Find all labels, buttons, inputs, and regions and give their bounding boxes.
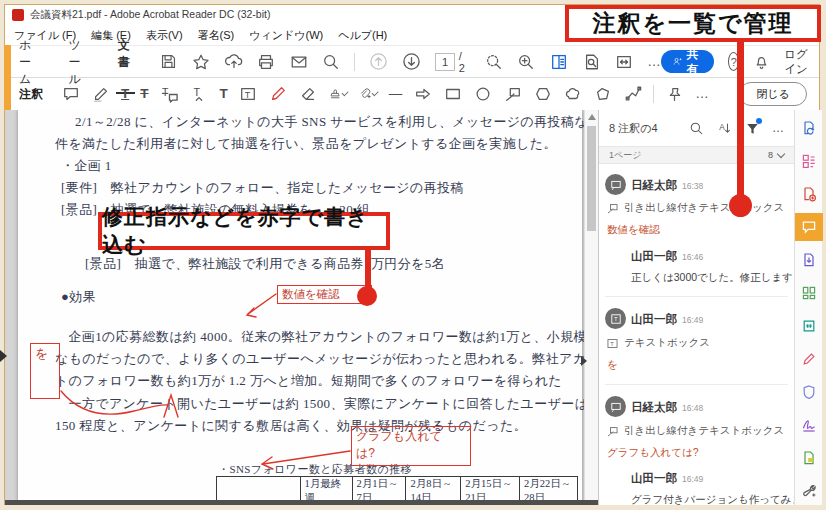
svg-text:T: T	[245, 90, 251, 100]
fit-width-icon[interactable]	[615, 52, 634, 71]
comment-author[interactable]: 山田一郎16:49	[631, 312, 703, 327]
stamp-icon[interactable]	[329, 85, 348, 104]
cloud-tool-icon[interactable]	[563, 85, 582, 104]
scroll-up-icon[interactable]	[588, 114, 596, 120]
prev-page-icon[interactable]	[369, 52, 388, 71]
search-icon[interactable]	[322, 52, 341, 71]
share-button[interactable]: 共有	[661, 50, 715, 73]
close-comment-toolbar-button[interactable]: 閉じる	[739, 82, 807, 106]
zoom-in-icon[interactable]	[517, 52, 536, 71]
create-organize-icon[interactable]	[795, 147, 823, 175]
page-group-label: 1ページ	[609, 149, 641, 162]
textbox-type-icon: T	[606, 337, 619, 350]
add-text-icon[interactable]: T	[220, 87, 228, 101]
print-icon[interactable]	[257, 52, 276, 71]
scrollbar-thumb[interactable]	[587, 126, 596, 231]
comment-type: 引き出し線付きテキストボックス	[606, 201, 784, 215]
rectangle-tool-icon[interactable]	[443, 85, 462, 104]
comments-tool-icon[interactable]	[795, 213, 823, 241]
left-edge-accent	[4, 45, 11, 111]
menu-view[interactable]: 表示(V)	[146, 28, 183, 43]
page-indicator: 1 / 2	[435, 50, 470, 74]
marquee-zoom-icon[interactable]	[485, 52, 504, 71]
bell-icon[interactable]	[753, 52, 770, 71]
export-pdf-icon[interactable]	[795, 114, 823, 142]
comment-author[interactable]: 日経太郎16:48	[631, 400, 703, 415]
page-group-bar[interactable]: 1ページ 8	[599, 146, 794, 164]
comment-options-icon[interactable]: …	[772, 122, 784, 134]
divider	[605, 384, 788, 385]
connected-lines-icon[interactable]	[623, 85, 642, 104]
insert-text-icon[interactable]: T	[190, 85, 209, 104]
text-callout-icon[interactable]	[503, 85, 522, 104]
create-pdf-icon[interactable]	[795, 180, 823, 208]
save-icon[interactable]	[159, 52, 178, 71]
filter-active-dot	[756, 118, 762, 124]
magazine-callout-mid: 修正指示などを赤字で書き込む	[98, 212, 390, 250]
collapse-chevron-icon[interactable]	[777, 150, 785, 158]
sort-comments-icon[interactable]: A	[716, 120, 732, 136]
protect-shield-icon[interactable]	[795, 378, 823, 406]
login-button[interactable]: ログイン	[784, 47, 809, 77]
pdf-app-icon	[12, 9, 24, 21]
reply-author[interactable]: 山田一郎16:46	[631, 249, 703, 264]
freeform-polygon-icon[interactable]	[593, 85, 612, 104]
replace-text-icon[interactable]: T	[160, 85, 179, 104]
comments-panel: 8 注釈の4 A … 1ページ 8 日経太郎16:38 引き出し線付きテキストボ…	[598, 110, 794, 505]
page-group-count: 8	[768, 150, 773, 160]
avatar	[605, 396, 626, 417]
text-box-icon[interactable]: T	[239, 85, 258, 104]
menu-window[interactable]: ウィンドウ(W)	[249, 28, 323, 43]
vertical-scrollbar[interactable]	[584, 110, 598, 505]
signature-icon[interactable]	[795, 411, 823, 439]
page-number-input[interactable]: 1	[435, 53, 454, 71]
oval-tool-icon[interactable]	[473, 85, 492, 104]
comment-time: 16:38	[682, 181, 703, 191]
menu-help[interactable]: ヘルプ(H)	[338, 28, 387, 43]
page-display-icon[interactable]	[550, 52, 569, 71]
next-page-icon[interactable]	[402, 52, 421, 71]
polygon-tool-icon[interactable]	[533, 85, 552, 104]
compress-pdf-icon[interactable]	[795, 312, 823, 340]
comment-search-icon[interactable]	[688, 120, 704, 136]
more-tools-icon[interactable]: …	[647, 55, 661, 69]
attach-file-icon[interactable]	[359, 85, 378, 104]
pin-tool-icon[interactable]	[665, 85, 684, 104]
highlight-icon[interactable]	[91, 85, 110, 104]
page-search-icon[interactable]	[582, 52, 601, 71]
sticky-note-icon[interactable]	[61, 85, 80, 104]
draw-icon[interactable]	[269, 85, 288, 104]
more-tools-wrench-icon[interactable]	[795, 477, 823, 505]
comment-content[interactable]: を	[607, 358, 618, 372]
send-comments-icon[interactable]	[795, 444, 823, 472]
left-panel-toggle-arrow[interactable]	[0, 350, 7, 362]
page-total: / 2	[459, 50, 471, 74]
arrow-tool-icon[interactable]	[413, 85, 432, 104]
annotation-insert-wo[interactable]: を	[30, 343, 60, 399]
comment-content[interactable]: 数値を確認	[607, 223, 660, 237]
combine-files-icon[interactable]	[795, 246, 823, 274]
mail-icon[interactable]	[289, 52, 308, 71]
fill-sign-pencil-icon[interactable]	[795, 345, 823, 373]
main-toolbar: ホーム ツール 文書 1 / 2	[5, 46, 819, 78]
filter-comments-icon[interactable]	[744, 120, 760, 136]
callout-type-icon	[606, 202, 619, 215]
red-ink-annotations	[18, 110, 582, 505]
callout-top-connector-line	[737, 40, 744, 198]
toolbar-separator	[653, 85, 654, 103]
star-icon[interactable]	[192, 52, 211, 71]
line-tool-icon[interactable]: —	[389, 87, 403, 101]
reply-author[interactable]: 山田一郎16:49	[631, 471, 703, 486]
upload-cloud-icon[interactable]	[224, 52, 243, 71]
comment-content[interactable]: グラフも入れては?	[607, 446, 699, 460]
menu-sign[interactable]: 署名(S)	[198, 28, 235, 43]
more-comment-tools-icon[interactable]: …	[695, 87, 709, 101]
organize-pages-icon[interactable]	[795, 279, 823, 307]
underline-text-icon[interactable]: T	[121, 87, 129, 101]
toolbar-separator	[354, 53, 355, 71]
strikethrough-text-icon[interactable]: T	[140, 87, 148, 101]
comment-author[interactable]: 日経太郎16:38	[631, 178, 703, 193]
comment-type: Tテキストボックス	[606, 336, 710, 350]
annotation-add-graph[interactable]: グラフも入れて は?	[351, 426, 471, 466]
eraser-icon[interactable]	[299, 85, 318, 104]
